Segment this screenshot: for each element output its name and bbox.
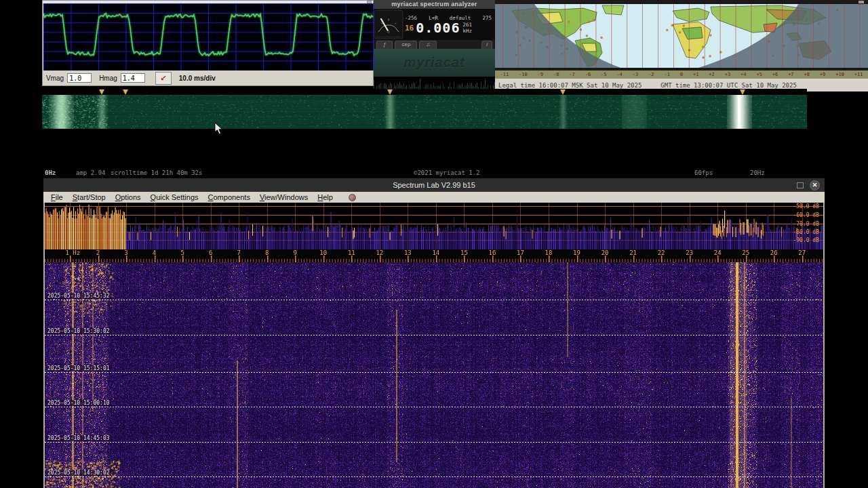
map-close-box[interactable] [859, 1, 864, 3]
myriacat-status-bar: 0Hzamp 2.94scrolltime 1d 21h 40m 32s©202… [43, 168, 825, 178]
freq-label-12: 12 [376, 249, 383, 256]
freq-label-7: 7 [237, 249, 240, 256]
tz-label: +3 [725, 72, 730, 77]
freq-label-22: 22 [658, 249, 665, 256]
tab-info[interactable]: i [481, 41, 492, 49]
freq-label-24: 24 [714, 249, 722, 256]
tz-label: +5 [756, 72, 762, 77]
status-item-3: ©2021 myriacat 1.2 [414, 169, 480, 176]
myriacat-title: myriacat spectrum analyzer [374, 0, 495, 9]
map-titlebar[interactable] [495, 0, 868, 4]
freq-label-3: 3 [124, 249, 127, 256]
myriacat-readout: -256 L+R default 275 16 0.006 261 kHz [403, 9, 495, 40]
freq-label-17: 17 [517, 249, 524, 256]
menu-help[interactable]: Help [313, 193, 338, 201]
oscilloscope-window: Vmag Hmag ➘ 10.0 ms/div [42, 0, 374, 86]
tz-label: -11 [500, 72, 509, 77]
tz-label: +8 [804, 72, 810, 77]
tz-label: -4 [616, 72, 622, 77]
tab-notes[interactable]: ♫ [419, 41, 437, 49]
gmt-time-text: GMT time 13:00:07 UTC Sat 10 May 2025 [660, 82, 796, 89]
tz-label: +10 [835, 72, 844, 77]
map-window: -11-10-9-8-7-6-5-4-3-2-10+1+2+3+4+5+6+7+… [495, 0, 868, 89]
menu-components[interactable]: Components [203, 193, 255, 201]
timestamp-5: 2025-05-10 14:30:02 [46, 470, 111, 476]
timestamp-4: 2025-05-10 14:45:03 [46, 435, 111, 441]
freq-label-14: 14 [432, 249, 439, 256]
myriacat-waterfall-canvas [42, 89, 807, 130]
menu-options[interactable]: Options [111, 193, 146, 201]
tz-label: 0 [680, 72, 683, 77]
status-item-0: 0Hz [45, 169, 56, 176]
freq-label-19: 19 [573, 249, 580, 256]
world-map [495, 4, 868, 68]
close-button[interactable]: ✕ [810, 180, 820, 190]
freq-label-15: 15 [460, 249, 468, 256]
tz-label: -8 [553, 72, 559, 77]
tz-label: +7 [788, 72, 793, 77]
vmag-input[interactable] [67, 73, 92, 83]
tz-label: -5 [601, 72, 606, 77]
trigger-arrow-icon: ➘ [160, 74, 167, 82]
tz-label: +6 [772, 72, 778, 77]
myriacat-body: myriacat [374, 49, 495, 77]
freq-label-9: 9 [294, 249, 297, 256]
client-area: -50.0 dB-60.0 dB-70.0 dB-80.0 dB-90.0 dB… [43, 203, 825, 488]
menu-file[interactable]: File [46, 193, 68, 201]
mouse-cursor-icon [214, 123, 223, 135]
tz-label: -9 [538, 72, 543, 77]
tz-label: -6 [585, 72, 591, 77]
tz-label: -3 [633, 72, 638, 77]
tz-label: -1 [664, 72, 669, 77]
menu-start-stop[interactable]: Start/Stop [68, 193, 111, 201]
menu-view-windows[interactable]: View/Windows [255, 193, 313, 201]
waterfall-display-canvas[interactable] [45, 262, 823, 488]
trigger-button[interactable]: ➘ [155, 72, 172, 85]
tz-label: +1 [693, 72, 698, 77]
readout-index: 16 [405, 24, 414, 33]
close-icon: ✕ [812, 182, 818, 188]
tab-cepstrum[interactable]: cep [395, 41, 417, 49]
spectrumlab-titlebar[interactable]: Spectrum Lab V2.99 b15 ✕ [43, 178, 825, 192]
readout-sub-value: 261 [462, 22, 472, 28]
legal-time-text: Legal time 16:00:07 MSK Sat 10 May 2025 [498, 82, 642, 89]
menu-bar: FileStart/StopOptionsQuick SettingsCompo… [43, 192, 825, 203]
spectrum-display-canvas[interactable] [45, 203, 823, 249]
freq-label-11: 11 [348, 249, 355, 256]
status-item-2: scrolltime 1d 21h 40m 32s [111, 169, 202, 176]
tab-function[interactable]: ƒ [376, 41, 393, 49]
freq-label-8: 8 [265, 249, 269, 256]
myriacat-watermark: myriacat [403, 55, 465, 70]
restore-button[interactable] [797, 182, 804, 188]
db-label-4: -90.0 dB [793, 237, 819, 243]
freq-label-13: 13 [404, 249, 412, 256]
freq-label-16: 16 [489, 249, 496, 256]
freq-label-21: 21 [629, 249, 637, 256]
readout-unit: kHz [462, 28, 472, 34]
myriacat-tab-row: ƒ cep ♫ i [374, 40, 495, 49]
freq-label-5: 5 [180, 249, 184, 256]
tz-label: +2 [709, 72, 714, 77]
status-item-1: amp 2.94 [76, 169, 105, 176]
oscilloscope-screen [43, 3, 372, 70]
spectrumlab-window: Spectrum Lab V2.99 b15 ✕ FileStart/StopO… [43, 178, 825, 488]
freq-label-20: 20 [601, 249, 609, 256]
frequency-scale: 1 Hz234567891011121314151617181920212223… [45, 249, 823, 262]
myriacat-window: myriacat spectrum analyzer -256 L+R defa… [374, 0, 495, 92]
freq-label-23: 23 [686, 249, 693, 256]
readout-frequency: 0.006 [416, 21, 460, 35]
oscilloscope-controls: Vmag Hmag ➘ 10.0 ms/div [43, 70, 373, 85]
myriacat-display: -256 L+R default 275 16 0.006 261 kHz [374, 9, 495, 40]
freq-label-6: 6 [209, 249, 212, 256]
status-item-4: 60fps [694, 169, 713, 176]
db-label-3: -80.0 dB [793, 229, 819, 235]
hmag-input[interactable] [121, 73, 145, 83]
menu-quick-settings[interactable]: Quick Settings [146, 193, 203, 201]
freq-label-1: 1 Hz [65, 249, 80, 256]
timebase-label: 10.0 ms/div [179, 75, 216, 82]
hmag-label: Hmag [99, 75, 117, 82]
tz-label: +9 [820, 72, 825, 77]
menu-bar-items: FileStart/StopOptionsQuick SettingsCompo… [46, 193, 338, 201]
timestamp-1: 2025-05-10 15:30:02 [46, 328, 111, 334]
tz-label: -7 [569, 72, 574, 77]
